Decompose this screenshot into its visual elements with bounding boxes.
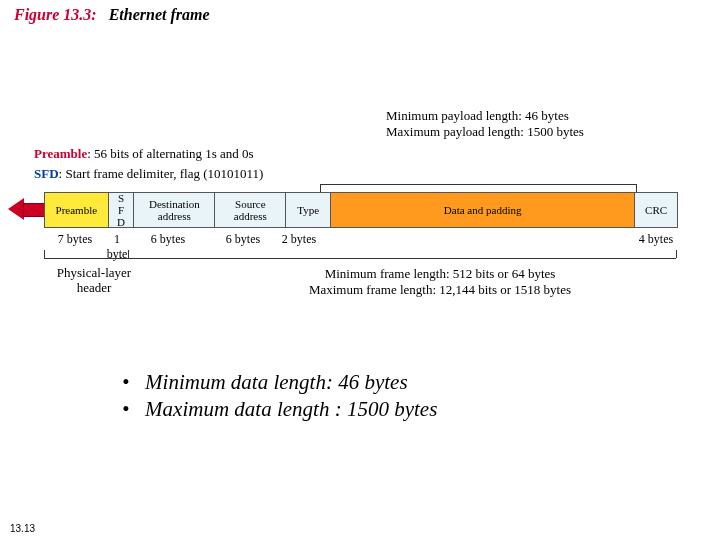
field-type: Type — [286, 193, 331, 227]
tick — [676, 250, 677, 258]
key-sfd-label: SFD — [34, 166, 59, 181]
figure-caption: Ethernet frame — [109, 6, 210, 23]
field-sfd: S F D — [109, 193, 135, 227]
bullet-list: • Minimum data length: 46 bytes • Maximu… — [122, 370, 437, 424]
payload-max: Maximum payload length: 1500 bytes — [386, 124, 584, 140]
payload-length-note: Minimum payload length: 46 bytes Maximum… — [386, 108, 584, 141]
tick — [636, 184, 637, 192]
brace-bottom-left — [44, 258, 128, 259]
frame-row: Preamble S F D Destination address Sourc… — [44, 192, 678, 228]
frame-length-min: Minimum frame length: 512 bits or 64 byt… — [230, 266, 650, 282]
field-src-addr: Source address — [215, 193, 286, 227]
key-preamble: Preamble: 56 bits of alternating 1s and … — [34, 144, 263, 164]
frame-length-note: Minimum frame length: 512 bits or 64 byt… — [230, 266, 650, 299]
physical-layer-header-label: Physical-layer header — [44, 266, 144, 296]
field-preamble: Preamble — [45, 193, 109, 227]
key-preamble-text: 56 bits of alternating 1s and 0s — [94, 146, 254, 161]
tick — [128, 250, 129, 258]
tick — [320, 184, 321, 192]
page-number: 13.13 — [10, 523, 35, 534]
field-key: Preamble: 56 bits of alternating 1s and … — [34, 144, 263, 183]
key-sfd-text: Start frame delimiter, flag (10101011) — [65, 166, 263, 181]
key-sfd: SFD: Start frame delimiter, flag (101010… — [34, 164, 263, 184]
key-preamble-label: Preamble — [34, 146, 87, 161]
direction-arrow-icon — [8, 198, 42, 220]
figure-title: Figure 13.3: Ethernet frame — [14, 6, 210, 24]
bullet-max: • Maximum data length : 1500 bytes — [122, 397, 437, 422]
brace-top — [320, 184, 636, 185]
bullet-min: • Minimum data length: 46 bytes — [122, 370, 437, 395]
field-dest-addr: Destination address — [134, 193, 215, 227]
field-crc: CRC — [635, 193, 677, 227]
figure-label: Figure 13.3: — [14, 6, 97, 23]
payload-min: Minimum payload length: 46 bytes — [386, 108, 584, 124]
field-data: Data and padding — [331, 193, 635, 227]
tick — [44, 250, 45, 258]
frame-length-max: Maximum frame length: 12,144 bits or 151… — [230, 282, 650, 298]
brace-bottom-right — [128, 258, 676, 259]
